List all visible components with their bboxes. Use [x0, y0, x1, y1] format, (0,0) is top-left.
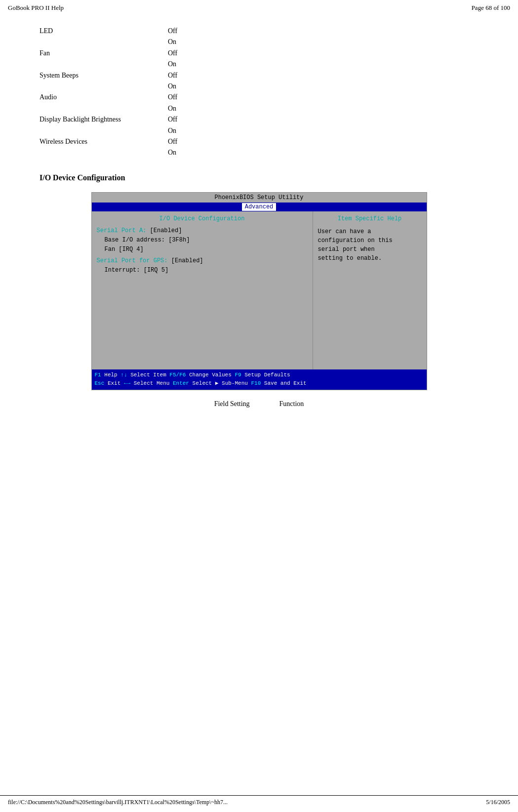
list-item: Fan Off: [40, 48, 478, 59]
bios-item-label: Serial Port for GPS:: [97, 257, 168, 264]
bios-help-text: User can have a configuration on this se…: [318, 227, 422, 263]
footer-date: 5/16/2005: [486, 799, 510, 806]
setting-value-off: Off: [168, 48, 177, 59]
footer-filepath: file://C:\Documents%20and%20Settings\bar…: [8, 799, 228, 806]
bios-item-value: [Enabled]: [171, 257, 203, 264]
bios-item-value: [Enabled]: [150, 227, 182, 234]
bios-right-panel: Item Specific Help User can have a confi…: [313, 211, 427, 369]
bios-screenshot: PhoenixBIOS Setup Utility Advanced I/O D…: [91, 192, 427, 390]
bios-item-label: Interrupt:: [105, 267, 140, 274]
page-footer: file://C:\Documents%20and%20Settings\bar…: [0, 795, 518, 806]
setting-value-on: On: [168, 59, 176, 70]
list-item: On: [40, 81, 478, 92]
list-item: On: [40, 37, 478, 47]
bios-footer-line1: F1 Help ↑↓ Select Item F5/F6 Change Valu…: [95, 371, 424, 380]
setting-label: LED: [40, 26, 168, 37]
setting-label: Fan: [40, 48, 168, 59]
setting-value-off: Off: [168, 26, 177, 37]
bios-caption: Field Setting Function: [40, 400, 478, 408]
bios-titlebar: PhoenixBIOS Setup Utility: [92, 193, 427, 203]
bios-left-title: I/O Device Configuration: [97, 215, 308, 222]
list-item: Display Backlight Brightness Off: [40, 114, 478, 125]
bios-body: I/O Device Configuration Serial Port A: …: [92, 211, 427, 369]
bios-row-fan: Fan [IRQ 4]: [97, 245, 308, 254]
section-heading: I/O Device Configuration: [40, 173, 478, 182]
setting-value-off: Off: [168, 136, 177, 147]
bios-menu-selected: Advanced: [242, 203, 277, 211]
bios-item-value: [3F8h]: [168, 237, 190, 244]
list-item: On: [40, 103, 478, 114]
page-spacer: [40, 408, 478, 606]
setting-label: Display Backlight Brightness: [40, 114, 168, 125]
bios-item-label: Serial Port A:: [97, 227, 147, 234]
setting-label: Wireless Devices: [40, 136, 168, 147]
bios-left-panel: I/O Device Configuration Serial Port A: …: [92, 211, 313, 369]
setting-value-on: On: [168, 37, 176, 47]
bios-item-value: [IRQ 4]: [119, 246, 143, 253]
app-title: GoBook PRO II Help: [8, 4, 64, 12]
setting-value-on: On: [168, 81, 176, 92]
bios-row-serial-port-a: Serial Port A: [Enabled]: [97, 226, 308, 236]
bios-row-gps: Serial Port for GPS: [Enabled]: [97, 256, 308, 266]
page-info: Page 68 of 100: [472, 4, 510, 12]
bios-item-label: Fan: [105, 246, 116, 253]
bios-row-base-io: Base I/O address: [3F8h]: [97, 236, 308, 245]
list-item: Wireless Devices Off: [40, 136, 478, 147]
caption-function: Function: [279, 400, 304, 408]
setting-value-on: On: [168, 125, 176, 136]
setting-value-on: On: [168, 103, 176, 114]
bios-footer: F1 Help ↑↓ Select Item F5/F6 Change Valu…: [92, 369, 427, 390]
bios-right-title: Item Specific Help: [318, 215, 422, 222]
setting-value-off: Off: [168, 114, 177, 125]
list-item: On: [40, 59, 478, 70]
list-item: On: [40, 147, 478, 158]
setting-label: System Beeps: [40, 70, 168, 81]
page-header: GoBook PRO II Help Page 68 of 100: [0, 0, 518, 16]
main-content: LED Off On Fan Off On System Beeps Off O…: [0, 16, 518, 625]
bios-menubar: Advanced: [92, 203, 427, 211]
bios-item-label: Base I/O address:: [105, 237, 165, 244]
bios-footer-line2: Esc Exit ←→ Select Menu Enter Select ▶ S…: [95, 379, 424, 388]
caption-field-setting: Field Setting: [214, 400, 250, 408]
setting-label: Audio: [40, 92, 168, 103]
setting-value-on: On: [168, 147, 176, 158]
list-item: System Beeps Off: [40, 70, 478, 81]
setting-value-off: Off: [168, 70, 177, 81]
list-item: On: [40, 125, 478, 136]
list-item: LED Off: [40, 26, 478, 37]
setting-value-off: Off: [168, 92, 177, 103]
bios-item-value: [IRQ 5]: [144, 267, 168, 274]
list-item: Audio Off: [40, 92, 478, 103]
bios-row-interrupt: Interrupt: [IRQ 5]: [97, 266, 308, 275]
bios-title-text: PhoenixBIOS Setup Utility: [214, 194, 303, 201]
settings-table: LED Off On Fan Off On System Beeps Off O…: [40, 26, 478, 159]
